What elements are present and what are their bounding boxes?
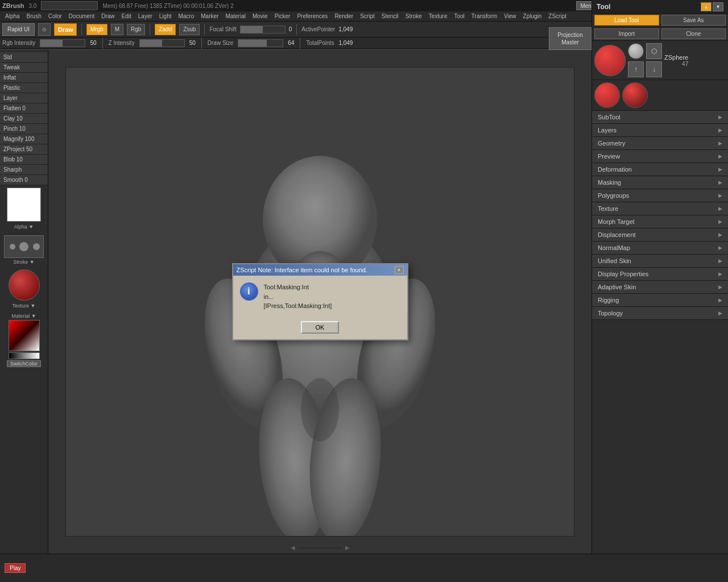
- section-rigging[interactable]: Rigging▶: [592, 294, 728, 307]
- z-intensity-slider[interactable]: [139, 39, 185, 47]
- menu-item-preferences[interactable]: Preferences: [294, 13, 330, 20]
- menu-item-alpha[interactable]: Alpha: [2, 13, 23, 20]
- section-topology[interactable]: Topology▶: [592, 307, 728, 320]
- tool-tweak[interactable]: Tweak: [0, 63, 48, 73]
- rapid-ui-button[interactable]: Rapid UI: [2, 23, 35, 36]
- tool-flatten[interactable]: Flatten 0: [0, 103, 48, 114]
- import-button[interactable]: Import: [594, 28, 659, 39]
- tool-inflat[interactable]: Inflat: [0, 73, 48, 83]
- section-masking[interactable]: Masking▶: [592, 176, 728, 189]
- section-texture[interactable]: Texture▶: [592, 202, 728, 215]
- menu-item-document[interactable]: Document: [66, 13, 98, 20]
- projection-master-button[interactable]: Projection Master: [549, 27, 592, 50]
- load-tool-button[interactable]: Load Tool: [594, 15, 659, 26]
- tool-zproject[interactable]: ZProject 50: [0, 144, 48, 155]
- zsphere-small-1: [628, 43, 644, 59]
- menu-item-zplugin[interactable]: Zplugin: [520, 13, 545, 20]
- zsphere-icon-1[interactable]: ⬡: [646, 43, 662, 59]
- section-unified-skin[interactable]: Unified Skin▶: [592, 255, 728, 268]
- draw-button[interactable]: Draw: [54, 23, 77, 36]
- menu-item-marker[interactable]: Marker: [198, 13, 221, 20]
- menu-item-draw[interactable]: Draw: [98, 13, 117, 20]
- section-polygroups[interactable]: Polygroups▶: [592, 189, 728, 202]
- menu-item-material[interactable]: Material: [222, 13, 249, 20]
- section-deformation[interactable]: Deformation▶: [592, 163, 728, 176]
- menu-item-script[interactable]: Script: [357, 13, 378, 20]
- menu-item-transform[interactable]: Transform: [469, 13, 500, 20]
- material-label[interactable]: Material ▼: [2, 313, 46, 319]
- right-panel-lock-btn[interactable]: ▲: [701, 2, 712, 11]
- right-panel-expand-btn[interactable]: ▼: [713, 2, 723, 11]
- alpha-label[interactable]: Alpha ▼: [0, 224, 48, 230]
- menu-item-edit[interactable]: Edit: [119, 13, 134, 20]
- tool-clay[interactable]: Clay 10: [0, 114, 48, 124]
- section-displacement[interactable]: Displacement▶: [592, 228, 728, 242]
- menu-item-render[interactable]: Render: [332, 13, 356, 20]
- focal-shift-slider[interactable]: [240, 26, 286, 34]
- menu-item-macro[interactable]: Macro: [175, 13, 197, 20]
- zsphere-icon-3[interactable]: ↓: [646, 61, 662, 77]
- tool-blob[interactable]: Blob 10: [0, 155, 48, 165]
- zsub-button[interactable]: Zsub: [179, 24, 200, 35]
- separator-4: [296, 24, 297, 35]
- menu-item-zscript[interactable]: ZScript: [545, 13, 569, 20]
- modal-message: Tool:Masking:Int in... [IPress,Tool:Mask…: [264, 282, 332, 311]
- zadd-button[interactable]: Zadd: [155, 24, 176, 35]
- tool-layer[interactable]: Layer: [0, 93, 48, 103]
- save-as-button[interactable]: Save As: [661, 15, 726, 26]
- menu-item-light[interactable]: Light: [156, 13, 175, 20]
- play-button[interactable]: Play: [5, 563, 26, 573]
- draw-size-value: 64: [288, 40, 294, 46]
- stroke-label[interactable]: Stroke ▼: [2, 259, 46, 265]
- switch-color-button[interactable]: SwitchColor: [7, 360, 42, 367]
- menu-item-tool[interactable]: Tool: [451, 13, 467, 20]
- import-clone-row: Import Clone: [592, 27, 728, 41]
- tool-plastic[interactable]: Plastic: [0, 83, 48, 93]
- modal-info-icon: i: [240, 282, 258, 301]
- texture-label[interactable]: Texture ▼: [0, 303, 48, 309]
- modal-line3: [IPress,Tool:Masking:Int]: [264, 301, 332, 311]
- alpha-preview: [7, 188, 41, 222]
- section-subtool[interactable]: SubTool▶: [592, 111, 728, 124]
- menu-item-stencil[interactable]: Stencil: [379, 13, 402, 20]
- tool-smooth[interactable]: Smooth 0: [0, 175, 48, 185]
- menu-item-stroke[interactable]: Stroke: [403, 13, 425, 20]
- menu-item-brush[interactable]: Brush: [24, 13, 44, 20]
- section-preview[interactable]: Preview▶: [592, 150, 728, 163]
- menu-item-texture[interactable]: Texture: [426, 13, 450, 20]
- mem-info: Mem) 68.87 Free) 1385 ZTime) 00:00:01.06…: [102, 3, 572, 9]
- menu-item-picker[interactable]: Picker: [272, 13, 293, 20]
- modal-ok-button[interactable]: OK: [301, 321, 340, 334]
- sep6: [201, 38, 202, 49]
- mrgb-button[interactable]: Mrgb: [86, 24, 107, 35]
- clone-button[interactable]: Clone: [661, 28, 726, 39]
- rgb-button[interactable]: Rgb: [127, 24, 145, 35]
- section-geometry[interactable]: Geometry▶: [592, 137, 728, 150]
- menu-item-color[interactable]: Color: [46, 13, 65, 20]
- section-display-properties[interactable]: Display Properties▶: [592, 268, 728, 281]
- zsphere-icon-2[interactable]: ↑: [628, 61, 644, 77]
- draw-size-slider[interactable]: [238, 39, 283, 47]
- rgb-intensity-slider[interactable]: [40, 39, 85, 47]
- material-section: Material ▼ SwitchColor: [0, 311, 48, 371]
- section-normalmap[interactable]: NormalMap▶: [592, 242, 728, 255]
- section-layers[interactable]: Layers▶: [592, 124, 728, 137]
- menu-item-layer[interactable]: Layer: [135, 13, 155, 20]
- title-input[interactable]: [41, 1, 98, 10]
- m-button[interactable]: M: [111, 24, 123, 35]
- right-panel-title: Tool: [597, 3, 610, 11]
- svg-point-0: [10, 244, 15, 250]
- section-adaptive-skin[interactable]: Adaptive Skin▶: [592, 281, 728, 294]
- menu-item-view[interactable]: View: [501, 13, 519, 20]
- modal-close-button[interactable]: ×: [395, 266, 404, 274]
- toolbar-icon-1[interactable]: ⊙: [38, 23, 51, 36]
- tool-magnify[interactable]: Magnify 100: [0, 134, 48, 144]
- tool-pinch[interactable]: Pinch 10: [0, 124, 48, 134]
- modal-line1: Tool:Masking:Int: [264, 282, 332, 292]
- z-intensity-label: Z Intensity: [109, 40, 135, 46]
- section-morph-target[interactable]: Morph Target▶: [592, 215, 728, 228]
- alpha-section: Alpha ▼: [0, 188, 48, 230]
- menu-item-movie[interactable]: Movie: [250, 13, 271, 20]
- tool-sharph[interactable]: Sharph: [0, 165, 48, 175]
- tool-std[interactable]: Std: [0, 52, 48, 63]
